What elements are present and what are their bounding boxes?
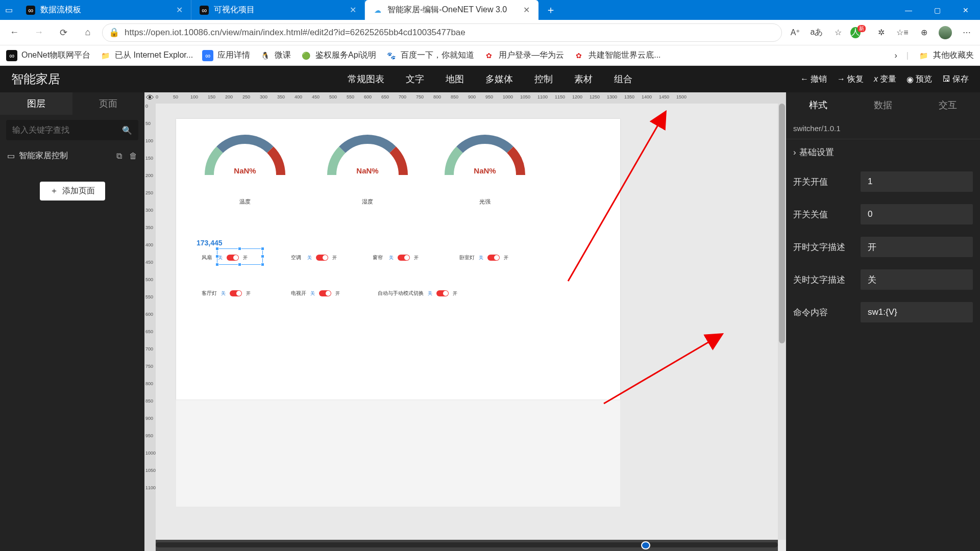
- selection-box[interactable]: [217, 248, 263, 265]
- copy-icon[interactable]: ⧉: [116, 152, 122, 161]
- tab-style[interactable]: 样式: [786, 92, 851, 118]
- gauge-temperature[interactable]: NaN% 温度: [202, 127, 288, 206]
- os-tabview-icon[interactable]: ▭: [0, 0, 18, 20]
- favorite-icon[interactable]: ☆: [829, 23, 847, 42]
- bookmark-icon: ✿: [483, 50, 495, 61]
- menu-map[interactable]: 地图: [446, 73, 464, 85]
- bookmark-label: OneNet物联网平台: [21, 50, 90, 61]
- bookmark-overflow[interactable]: ›: [895, 51, 897, 60]
- switch-bedroom-light[interactable]: 卧室灯关开: [459, 254, 508, 261]
- cmd-input[interactable]: [868, 307, 966, 317]
- menu-chart[interactable]: 常规图表: [348, 73, 384, 85]
- search-icon[interactable]: 🔍: [122, 126, 132, 135]
- off-text-input[interactable]: [868, 274, 966, 285]
- off-value-input[interactable]: [868, 209, 966, 219]
- tab-interact[interactable]: 交互: [915, 92, 980, 118]
- folder-icon: 📁: [918, 50, 929, 61]
- window-maximize-button[interactable]: ▢: [923, 0, 951, 20]
- menu-text[interactable]: 文字: [406, 73, 424, 85]
- bookmarks-bar: ∞OneNet物联网平台 📁已从 Internet Explor... ∞应用详…: [0, 45, 980, 66]
- toggle-icon[interactable]: [316, 255, 328, 261]
- dashboard-page[interactable]: NaN% 温度 NaN% 湿度: [176, 119, 620, 399]
- browser-tab-1[interactable]: ∞ 可视化项目 ✕: [191, 0, 365, 20]
- toggle-icon[interactable]: [398, 255, 410, 261]
- on-value-input[interactable]: [868, 177, 966, 187]
- canvas-vscrollbar[interactable]: [778, 104, 786, 540]
- back-button[interactable]: ←: [4, 22, 24, 43]
- canvas-zoom-slider[interactable]: [156, 540, 778, 551]
- window-minimize-button[interactable]: —: [894, 0, 923, 20]
- browser-tab-0[interactable]: ∞ 数据流模板 ✕: [18, 0, 191, 20]
- field-cmd: 命令内容: [786, 296, 980, 329]
- switch-tv[interactable]: 电视开关开: [291, 290, 340, 297]
- add-page-button[interactable]: ＋ 添加页面: [40, 182, 105, 201]
- bookmark-label: 共建智能世界云底...: [589, 50, 660, 61]
- number-display[interactable]: 173,445: [197, 239, 223, 247]
- toggle-icon[interactable]: [230, 290, 242, 296]
- switch-mode[interactable]: 自动与手动模式切换关开: [378, 290, 457, 297]
- bookmark-item[interactable]: ∞应用详情: [202, 50, 250, 61]
- address-bar[interactable]: 🔒 https://open.iot.10086.cn/view/main/in…: [102, 23, 782, 42]
- tab-favicon-icon: ∞: [200, 6, 209, 15]
- layer-search[interactable]: 🔍: [6, 120, 138, 140]
- close-icon[interactable]: ✕: [350, 5, 356, 15]
- bookmark-item[interactable]: ✿用户登录—华为云: [483, 50, 564, 61]
- bookmark-item[interactable]: ∞OneNet物联网平台: [6, 50, 90, 61]
- favorites-bar-icon[interactable]: ☆≡: [893, 23, 912, 42]
- tab-title: 智能家居-编辑-OneNET View 3.0: [387, 5, 507, 15]
- bookmark-item[interactable]: 🐾百度一下，你就知道: [385, 50, 474, 61]
- close-icon[interactable]: ✕: [176, 5, 183, 15]
- collections-icon[interactable]: ⊕: [915, 23, 933, 42]
- gauge-light[interactable]: NaN% 光强: [442, 127, 528, 206]
- canvas-stage[interactable]: NaN% 温度 NaN% 湿度: [176, 119, 620, 507]
- redo-button[interactable]: → 恢复: [837, 74, 864, 85]
- avatar[interactable]: [936, 23, 954, 42]
- toggle-icon[interactable]: [487, 255, 500, 261]
- on-text-input[interactable]: [868, 242, 966, 252]
- refresh-button[interactable]: ⟳: [53, 22, 74, 43]
- forward-button[interactable]: →: [29, 22, 49, 43]
- browser-tab-2[interactable]: ☁ 智能家居-编辑-OneNET View 3.0 ✕: [365, 0, 538, 20]
- menu-group[interactable]: 组合: [614, 73, 632, 85]
- layer-type-icon: ▭: [7, 151, 15, 161]
- layer-item[interactable]: ▭ 智能家居控制 ⧉ 🗑: [0, 145, 144, 166]
- tab-pages[interactable]: 页面: [72, 92, 145, 115]
- app-body: 图层 页面 🔍 ▭ 智能家居控制 ⧉ 🗑 ＋ 添加页面 👁 0501001502…: [0, 92, 980, 551]
- new-tab-button[interactable]: ＋: [538, 0, 563, 20]
- visibility-icon[interactable]: 👁: [144, 92, 156, 104]
- section-basic[interactable]: ›基础设置: [786, 139, 980, 165]
- trash-icon[interactable]: 🗑: [129, 152, 137, 161]
- tab-data[interactable]: 数据: [851, 92, 916, 118]
- other-bookmarks[interactable]: 📁其他收藏夹: [918, 50, 974, 61]
- menu-control[interactable]: 控制: [534, 73, 553, 85]
- bookmark-icon: ∞: [6, 50, 17, 61]
- translate-icon[interactable]: aあ: [807, 23, 826, 42]
- switch-ac[interactable]: 空调关开: [291, 254, 337, 261]
- toggle-icon[interactable]: [319, 290, 331, 296]
- readaloud-icon[interactable]: A⁺: [786, 23, 804, 42]
- undo-button[interactable]: ← 撤销: [800, 74, 827, 85]
- bookmark-item[interactable]: 🟢鉴权服务Api说明: [300, 50, 376, 61]
- gauge-humidity[interactable]: NaN% 湿度: [324, 127, 411, 206]
- left-tabs: 图层 页面: [0, 92, 144, 115]
- toggle-icon[interactable]: [436, 290, 449, 296]
- extensions-icon[interactable]: ✲: [872, 23, 890, 42]
- bookmark-item[interactable]: ✿共建智能世界云底...: [573, 50, 660, 61]
- menu-asset[interactable]: 素材: [574, 73, 593, 85]
- switch-living-light[interactable]: 客厅灯关开: [202, 290, 251, 297]
- preview-button[interactable]: ◉ 预览: [906, 74, 932, 85]
- variables-button[interactable]: x 变量: [874, 74, 896, 85]
- tab-layers[interactable]: 图层: [0, 92, 72, 115]
- switch-curtain[interactable]: 窗帘关开: [373, 254, 419, 261]
- window-close-button[interactable]: ✕: [951, 0, 980, 20]
- search-input[interactable]: [12, 126, 122, 135]
- more-icon[interactable]: ⋯: [958, 23, 976, 42]
- save-button[interactable]: 🖫 保存: [942, 74, 969, 85]
- canvas-area[interactable]: 👁 05010015020025030035040045050055060065…: [144, 92, 786, 551]
- bookmark-item[interactable]: 🐧微课: [259, 50, 291, 61]
- home-button[interactable]: ⌂: [78, 22, 98, 43]
- close-icon[interactable]: ✕: [523, 5, 530, 15]
- menu-media[interactable]: 多媒体: [485, 73, 513, 85]
- profile-icon[interactable]: 人新: [850, 23, 869, 42]
- bookmark-item[interactable]: 📁已从 Internet Explor...: [100, 50, 193, 61]
